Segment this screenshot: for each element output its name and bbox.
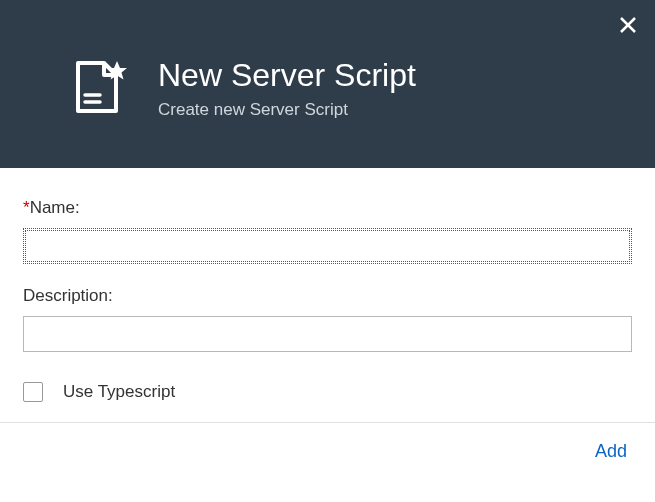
description-input[interactable] [23,316,632,352]
description-label: Description: [23,286,632,306]
name-label: *Name: [23,198,632,218]
dialog-footer: Add [0,422,655,480]
dialog-header: New Server Script Create new Server Scri… [0,0,655,168]
name-input[interactable] [23,228,632,264]
form-body: *Name: Description: Use Typescript [0,168,655,422]
script-star-icon [70,57,130,121]
dialog-subtitle: Create new Server Script [158,100,416,120]
close-button[interactable] [619,16,637,38]
add-button[interactable]: Add [595,441,627,462]
name-label-text: Name: [30,198,80,217]
required-asterisk: * [23,198,30,217]
dialog-title: New Server Script [158,56,416,94]
use-typescript-label[interactable]: Use Typescript [63,382,175,402]
use-typescript-checkbox[interactable] [23,382,43,402]
close-icon [619,16,637,34]
